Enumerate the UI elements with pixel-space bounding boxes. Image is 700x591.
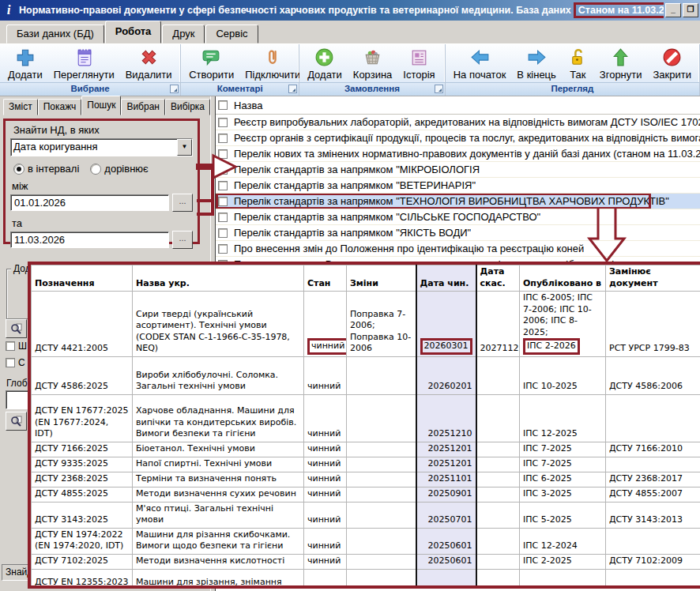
tab-main[interactable]: Сервіс (205, 24, 258, 43)
table-row: ДСТУ 4586:2025Вироби хлібобулочні. Солом… (32, 356, 700, 394)
tab-main[interactable]: Друк (162, 24, 205, 43)
row-checkbox[interactable] (218, 118, 228, 127)
row-checkbox[interactable] (218, 181, 228, 190)
row-checkbox[interactable] (218, 134, 228, 143)
table-cell: Харчове обладнання. Машини для випічки т… (133, 394, 304, 442)
table-cell: 20250701 (416, 502, 476, 528)
list-item-label: Перелік стандартів за напрямком "ВЕТЕРИН… (234, 179, 476, 191)
list-item[interactable]: Перелік стандартів за напрямком "ЯКІСТЬ … (216, 225, 700, 241)
list-item[interactable]: Перелік стандартів за напрямком "МІКРОБІ… (216, 162, 700, 178)
minimize-button[interactable]: _ (665, 3, 681, 17)
option1-label: Ш (18, 341, 27, 352)
list-item[interactable]: Реєстр органів з сертифікації продукції,… (216, 130, 700, 146)
list-item[interactable]: Перелік нових та змінених нормативно-пра… (216, 146, 700, 162)
table-cell: ДСТУ 7166:2010 (606, 442, 700, 457)
ribbon-group-caption: Замовлення (299, 82, 445, 96)
ribbon-button-label: Згорнути (600, 69, 642, 81)
select-all-checkbox[interactable] (218, 100, 228, 110)
table-row: ДСТУ 9335:2025Напої спиртні. Технічні ум… (32, 457, 700, 472)
attach-paperclip-button[interactable]: Підключити (240, 46, 305, 81)
row-checkbox[interactable] (218, 197, 228, 206)
panel-tab[interactable]: Вибран (121, 99, 165, 115)
date-from-input[interactable] (10, 194, 169, 211)
no-entry-icon (661, 47, 683, 68)
option2-checkbox[interactable] (6, 358, 15, 367)
table-cell: чинний (304, 292, 347, 357)
table-cell: 20250601 (416, 528, 476, 554)
maximize-button[interactable]: ❐ (683, 3, 698, 17)
ribbon-button-label: Корзина (353, 69, 393, 81)
dialog-launcher-icon[interactable] (435, 85, 443, 93)
arrow-right-button[interactable]: В кінець (512, 46, 561, 81)
search-panel-annotated: Знайти НД, в яких Дата коригування ▼ в і… (3, 119, 200, 244)
row-checkbox[interactable] (218, 165, 228, 175)
history-news-button[interactable]: Історія (398, 46, 439, 81)
ribbon-button-label: На початок (453, 69, 506, 81)
table-cell: Методи визначення сухих речовин (133, 487, 304, 502)
dialog-launcher-icon[interactable] (170, 85, 179, 93)
arrow-up-button[interactable]: Згорнути (595, 46, 647, 81)
list-item[interactable]: Перелік стандартів за напрямком "ТЕХНОЛО… (216, 194, 700, 209)
row-checkbox[interactable] (218, 149, 228, 159)
basket-button[interactable]: Корзина (348, 46, 397, 81)
option1-checkbox[interactable] (6, 341, 15, 351)
table-cell: 20251210 (416, 394, 476, 442)
option2-label: С (18, 357, 25, 368)
dialog-launcher-icon[interactable] (288, 85, 297, 93)
date-from-picker-button[interactable]: ... (172, 194, 193, 212)
list-item-label: Реєстр органів з сертифікації продукції,… (234, 132, 700, 144)
table-cell: ДСТУ EN 1974:2022 (EN 1974:2020, IDT) (32, 528, 133, 554)
radio-equals-label: дорівнює (104, 163, 148, 175)
row-checkbox[interactable] (218, 244, 228, 254)
table-cell (476, 394, 520, 442)
table-cell (476, 502, 520, 528)
chevron-down-icon[interactable]: ▼ (177, 139, 192, 156)
app-info-icon: i (2, 3, 16, 17)
search-magnifier-icon (10, 322, 23, 335)
table-cell: ДСТУ 7102:2009 (606, 554, 700, 569)
results-overlay-annotated: ПозначенняНазва укр.СтанЗміниДата чин.Да… (28, 262, 700, 589)
table-cell: ІПС 7-2025 (520, 442, 606, 457)
tab-main[interactable]: Бази даних (БД) (6, 24, 104, 43)
add-circle-button[interactable]: Додати (303, 46, 347, 81)
search-in-docs-button[interactable] (6, 319, 27, 338)
application-window: i Нормативно-правові документи у сфері б… (0, 0, 700, 591)
table-cell (347, 554, 416, 569)
date-to-picker-button[interactable]: ... (172, 231, 193, 249)
search-label: Знайти НД, в яких (13, 124, 193, 136)
panel-tab[interactable]: Покажч (38, 99, 82, 115)
view-notepad-button[interactable]: Переглянути (49, 46, 119, 81)
title-bar: i Нормативно-правові документи у сфері б… (0, 0, 700, 21)
add-plus-button[interactable]: Додати (3, 46, 47, 81)
panel-tab[interactable]: Вибірка (165, 99, 210, 115)
row-checkbox[interactable] (218, 213, 228, 222)
comment-bubble-button[interactable]: Створити (184, 46, 239, 81)
table-cell: ІПС 7-2025 (520, 457, 606, 472)
table-row: ДСТУ 7102:2025Методи визначення кислотно… (32, 554, 700, 569)
tab-active-main[interactable]: Робота (105, 21, 162, 43)
ribbon-button-label: Додати (307, 69, 342, 81)
radio-equals[interactable] (90, 164, 101, 175)
list-item[interactable]: Про внесення змін до Положення про ідент… (216, 241, 700, 257)
lock-open-button[interactable]: Так (563, 46, 593, 81)
annotated-value: ІПС 2-2026 (523, 338, 580, 355)
table-cell: Поправка 7-2006; Поправка 10-2006 (347, 292, 416, 357)
table-cell: 20260201 (416, 356, 476, 394)
list-item[interactable]: Перелік стандартів за напрямком "ВЕТЕРИН… (216, 178, 700, 194)
search-field-combobox[interactable]: Дата коригування ▼ (10, 138, 193, 156)
list-item[interactable]: Перелік стандартів за напрямком "СІЛЬСЬК… (216, 209, 700, 225)
table-cell: 20260301 (416, 292, 476, 357)
date-to-input[interactable] (10, 232, 169, 248)
global-search-button[interactable] (6, 412, 27, 431)
table-cell (606, 457, 700, 472)
no-entry-button[interactable]: Закрити (649, 46, 696, 81)
list-item[interactable]: Реєстр випробувальних лабораторій, акред… (216, 115, 700, 130)
ribbon-button-label: Переглянути (54, 69, 115, 81)
arrow-left-button[interactable]: На початок (449, 46, 511, 81)
panel-tab[interactable]: Зміст (3, 99, 38, 115)
delete-cross-button[interactable]: Видалити (121, 46, 177, 81)
ribbon-button-label: Так (570, 69, 585, 81)
row-checkbox[interactable] (218, 228, 228, 238)
panel-tab[interactable]: Пошук (81, 96, 121, 115)
radio-interval[interactable] (13, 164, 24, 175)
